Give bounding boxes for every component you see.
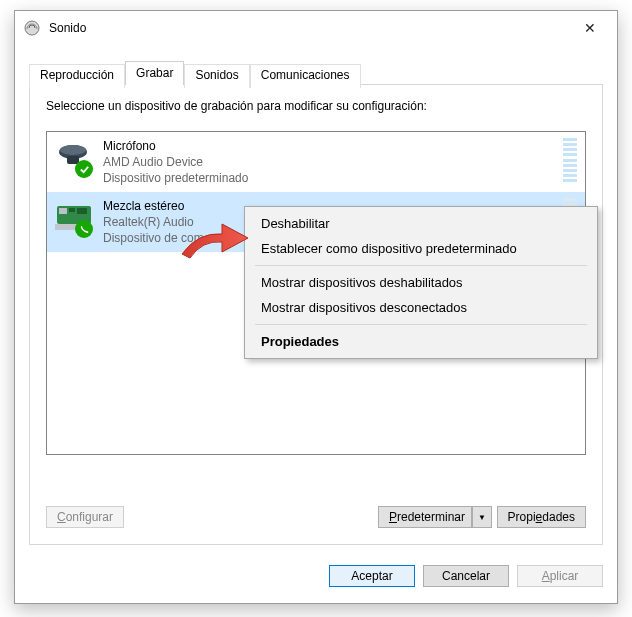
device-driver: Realtek(R) Audio bbox=[103, 214, 204, 230]
chevron-down-icon: ▼ bbox=[478, 513, 486, 522]
svg-rect-5 bbox=[59, 208, 67, 214]
properties-button[interactable]: Propiedades bbox=[497, 506, 586, 528]
dialog-button-row: Aceptar Cancelar Aplicar bbox=[329, 565, 603, 587]
device-item-microfono[interactable]: Micrófono AMD Audio Device Dispositivo p… bbox=[47, 132, 585, 192]
tab-comunicaciones[interactable]: Comunicaciones bbox=[250, 64, 361, 88]
device-name: Micrófono bbox=[103, 138, 248, 154]
device-context-menu[interactable]: Deshabilitar Establecer como dispositivo… bbox=[244, 206, 598, 359]
device-status: Dispositivo de com bbox=[103, 230, 204, 246]
device-status: Dispositivo predeterminado bbox=[103, 170, 248, 186]
set-default-button[interactable]: Predeterminar bbox=[378, 506, 472, 528]
window-close-button[interactable]: ✕ bbox=[569, 14, 611, 42]
device-icon bbox=[53, 138, 97, 180]
configure-button: Configurar bbox=[46, 506, 124, 528]
set-default-split-button[interactable]: Predeterminar ▼ bbox=[378, 506, 492, 528]
tab-reproduccion[interactable]: Reproducción bbox=[29, 64, 125, 88]
cancel-button[interactable]: Cancelar bbox=[423, 565, 509, 587]
device-text: Mezcla estéreo Realtek(R) Audio Disposit… bbox=[103, 198, 204, 246]
tab-grabar[interactable]: Grabar bbox=[125, 61, 184, 85]
svg-point-2 bbox=[60, 145, 86, 155]
close-icon: ✕ bbox=[584, 20, 596, 36]
default-comm-badge-icon bbox=[75, 220, 93, 238]
device-driver: AMD Audio Device bbox=[103, 154, 248, 170]
menu-separator bbox=[255, 265, 587, 266]
apply-button: Aplicar bbox=[517, 565, 603, 587]
svg-rect-6 bbox=[69, 208, 75, 212]
ok-button[interactable]: Aceptar bbox=[329, 565, 415, 587]
set-default-dropdown[interactable]: ▼ bbox=[472, 506, 492, 528]
menu-item-set-default[interactable]: Establecer como dispositivo predetermina… bbox=[247, 236, 595, 261]
panel-instruction: Seleccione un dispositivo de grabación p… bbox=[46, 99, 427, 113]
device-text: Micrófono AMD Audio Device Dispositivo p… bbox=[103, 138, 248, 186]
menu-item-disable[interactable]: Deshabilitar bbox=[247, 211, 595, 236]
menu-item-properties[interactable]: Propiedades bbox=[247, 329, 595, 354]
titlebar: Sonido ✕ bbox=[15, 11, 617, 45]
tab-strip: Reproducción Grabar Sonidos Comunicacion… bbox=[29, 61, 361, 85]
tab-sonidos[interactable]: Sonidos bbox=[184, 64, 249, 88]
sound-app-icon bbox=[23, 19, 41, 37]
menu-item-show-disabled[interactable]: Mostrar dispositivos deshabilitados bbox=[247, 270, 595, 295]
device-icon bbox=[53, 198, 97, 240]
window-title: Sonido bbox=[49, 21, 569, 35]
menu-item-show-disconnected[interactable]: Mostrar dispositivos desconectados bbox=[247, 295, 595, 320]
level-meter bbox=[563, 138, 577, 182]
default-check-badge-icon bbox=[75, 160, 93, 178]
menu-separator bbox=[255, 324, 587, 325]
device-name: Mezcla estéreo bbox=[103, 198, 204, 214]
svg-rect-7 bbox=[77, 208, 87, 214]
